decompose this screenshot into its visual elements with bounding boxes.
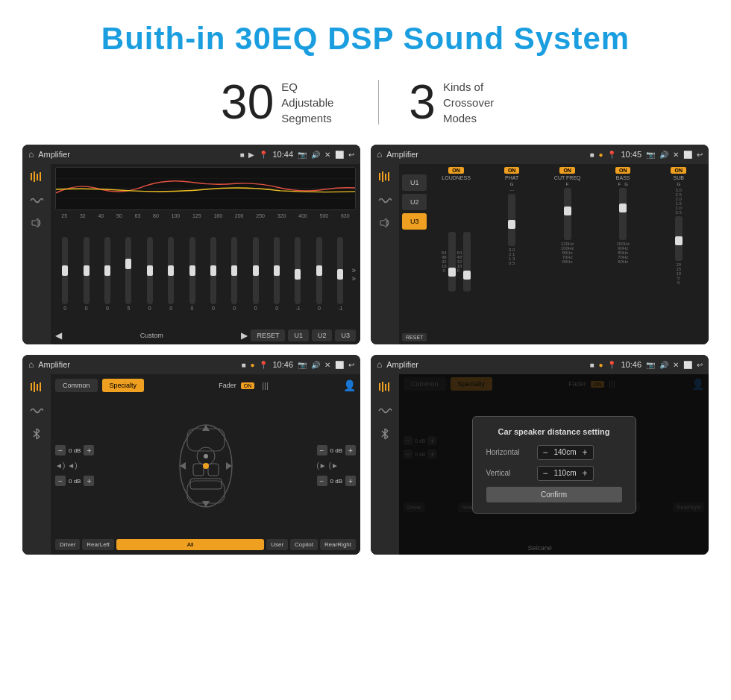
horizontal-minus[interactable]: − bbox=[541, 447, 550, 458]
driver-btn-3[interactable]: Driver bbox=[55, 539, 80, 550]
specialty-tab-3[interactable]: Specialty bbox=[102, 379, 145, 392]
slider-track-7[interactable] bbox=[189, 237, 195, 304]
prev-icon-1[interactable]: ◀ bbox=[55, 330, 62, 341]
back-icon-1[interactable]: ↩ bbox=[348, 151, 354, 159]
phat-toggle[interactable]: ON bbox=[504, 167, 520, 174]
all-btn-3[interactable]: All bbox=[116, 539, 264, 550]
eq-icon[interactable] bbox=[30, 170, 43, 183]
confirm-button[interactable]: Confirm bbox=[486, 487, 622, 502]
slider-track-2[interactable] bbox=[84, 237, 90, 304]
u3-btn-1[interactable]: U3 bbox=[335, 329, 356, 341]
home-icon-2[interactable]: ⌂ bbox=[377, 149, 382, 160]
sub-slider[interactable] bbox=[675, 216, 683, 261]
plus-rr[interactable]: + bbox=[345, 476, 356, 486]
horizontal-plus[interactable]: + bbox=[580, 447, 590, 458]
next-arrows[interactable]: » » bbox=[351, 266, 356, 283]
minus-rl[interactable]: − bbox=[55, 476, 66, 486]
u2-preset[interactable]: U2 bbox=[402, 194, 427, 210]
home-icon-4[interactable]: ⌂ bbox=[377, 359, 382, 370]
wave-icon-4[interactable] bbox=[378, 406, 392, 416]
slider-track-9[interactable] bbox=[231, 237, 237, 304]
u3-preset[interactable]: U3 bbox=[402, 213, 427, 230]
slider-track-13[interactable] bbox=[316, 237, 322, 304]
speaker-icon-2[interactable] bbox=[379, 218, 391, 228]
svg-rect-11 bbox=[385, 174, 386, 180]
plus-fr[interactable]: + bbox=[345, 445, 356, 455]
dot-icon-2: ● bbox=[598, 151, 603, 159]
volume-icon-1[interactable]: 🔊 bbox=[311, 151, 320, 159]
phat-slider[interactable] bbox=[508, 194, 515, 246]
wave-icon-2[interactable] bbox=[378, 195, 392, 206]
back-icon-4[interactable]: ↩ bbox=[697, 361, 703, 369]
volume-icon-3[interactable]: 🔊 bbox=[311, 361, 320, 369]
slider-track-14[interactable] bbox=[337, 237, 343, 304]
close-icon-2[interactable]: ✕ bbox=[673, 151, 679, 159]
home-icon-1[interactable]: ⌂ bbox=[28, 149, 34, 160]
vertical-minus[interactable]: − bbox=[541, 468, 550, 479]
minus-fr[interactable]: − bbox=[317, 445, 327, 455]
cutfreq-slider[interactable] bbox=[564, 188, 571, 240]
eq-icon-4[interactable] bbox=[378, 380, 392, 394]
cutfreq-toggle[interactable]: ON bbox=[559, 167, 575, 174]
record-icon-3: ■ bbox=[241, 361, 245, 369]
eq-icon-2[interactable] bbox=[378, 170, 392, 183]
window-icon-1[interactable]: ⬜ bbox=[335, 151, 344, 159]
bass-toggle[interactable]: ON bbox=[615, 167, 631, 174]
u2-btn-1[interactable]: U2 bbox=[312, 329, 333, 341]
loudness-slider[interactable] bbox=[448, 232, 456, 291]
plus-fl[interactable]: + bbox=[84, 445, 94, 455]
slider-track-11[interactable] bbox=[274, 237, 280, 304]
back-icon-3[interactable]: ↩ bbox=[348, 361, 354, 369]
plus-rl[interactable]: + bbox=[84, 476, 94, 486]
slider-track-3[interactable] bbox=[104, 237, 110, 304]
window-icon-4[interactable]: ⬜ bbox=[683, 361, 692, 369]
loudness-slider-2[interactable] bbox=[463, 232, 471, 291]
volume-icon-2[interactable]: 🔊 bbox=[659, 151, 668, 159]
rearright-btn-3[interactable]: RearRight bbox=[320, 539, 356, 550]
sub-toggle[interactable]: ON bbox=[671, 167, 686, 174]
user-btn-3[interactable]: User bbox=[266, 539, 288, 550]
car-diagram bbox=[100, 397, 310, 535]
copilot-btn-3[interactable]: Copilot bbox=[290, 539, 318, 550]
close-icon-4[interactable]: ✕ bbox=[673, 361, 679, 369]
slider-col-11: 0 bbox=[267, 237, 286, 311]
slider-track-8[interactable] bbox=[210, 237, 216, 304]
svg-rect-17 bbox=[40, 382, 41, 391]
fader-control-icon[interactable]: ||| bbox=[262, 381, 269, 390]
close-icon-1[interactable]: ✕ bbox=[324, 151, 330, 159]
reset-btn-1[interactable]: RESET bbox=[251, 329, 285, 341]
bt-icon-4[interactable] bbox=[380, 428, 390, 440]
fader-toggle-3[interactable]: ON bbox=[241, 382, 255, 389]
volume-icon-4[interactable]: 🔊 bbox=[659, 361, 668, 369]
eq-icon-3[interactable] bbox=[30, 380, 43, 394]
u1-btn-1[interactable]: U1 bbox=[288, 329, 309, 341]
svg-rect-16 bbox=[37, 384, 38, 391]
speaker-icon[interactable] bbox=[31, 218, 43, 228]
reset-btn-2[interactable]: RESET bbox=[402, 333, 427, 341]
slider-track-1[interactable] bbox=[62, 237, 68, 304]
svg-point-22 bbox=[204, 454, 208, 458]
minus-rr[interactable]: − bbox=[317, 476, 327, 486]
window-icon-3[interactable]: ⬜ bbox=[335, 361, 344, 369]
loudness-toggle[interactable]: ON bbox=[448, 167, 464, 174]
slider-track-10[interactable] bbox=[253, 237, 259, 304]
vertical-plus[interactable]: + bbox=[580, 468, 590, 479]
bt-icon-3[interactable] bbox=[31, 428, 42, 440]
slider-track-6[interactable] bbox=[168, 237, 174, 304]
slider-track-4[interactable] bbox=[125, 237, 131, 304]
slider-col-13: 0 bbox=[310, 237, 329, 311]
window-icon-2[interactable]: ⬜ bbox=[683, 151, 692, 159]
minus-fl[interactable]: − bbox=[55, 445, 66, 455]
slider-track-12[interactable] bbox=[295, 237, 301, 304]
rearleft-btn-3[interactable]: RearLeft bbox=[82, 539, 114, 550]
wave-icon-3[interactable] bbox=[30, 406, 43, 416]
next-icon-1[interactable]: ▶ bbox=[241, 330, 248, 341]
slider-track-5[interactable] bbox=[147, 237, 153, 304]
common-tab-3[interactable]: Common bbox=[55, 379, 98, 392]
back-icon-2[interactable]: ↩ bbox=[697, 151, 703, 159]
wave-icon[interactable] bbox=[30, 195, 43, 206]
u1-preset[interactable]: U1 bbox=[402, 174, 427, 191]
close-icon-3[interactable]: ✕ bbox=[324, 361, 330, 369]
home-icon-3[interactable]: ⌂ bbox=[28, 359, 34, 370]
bass-slider-f[interactable] bbox=[619, 188, 627, 240]
